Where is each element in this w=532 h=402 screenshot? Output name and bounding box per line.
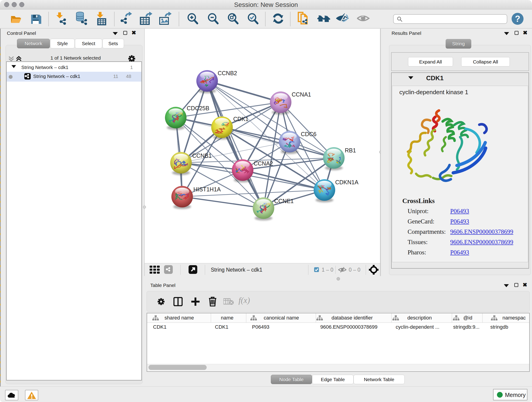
svg-text:CDC25B: CDC25B (187, 105, 209, 111)
svg-text:HIST1H1A: HIST1H1A (193, 186, 221, 192)
svg-text:CCNB2: CCNB2 (218, 70, 237, 76)
svg-text:CDKN1A: CDKN1A (335, 179, 359, 185)
svg-text:CCNA2: CCNA2 (254, 160, 273, 167)
svg-text:CCNE1: CCNE1 (274, 198, 294, 204)
svg-text:RB1: RB1 (345, 147, 356, 153)
svg-text:CCNB1: CCNB1 (192, 153, 212, 159)
svg-text:CDK1: CDK1 (233, 116, 249, 122)
svg-text:CCNA1: CCNA1 (292, 91, 311, 98)
svg-text:CDC6: CDC6 (301, 131, 317, 137)
